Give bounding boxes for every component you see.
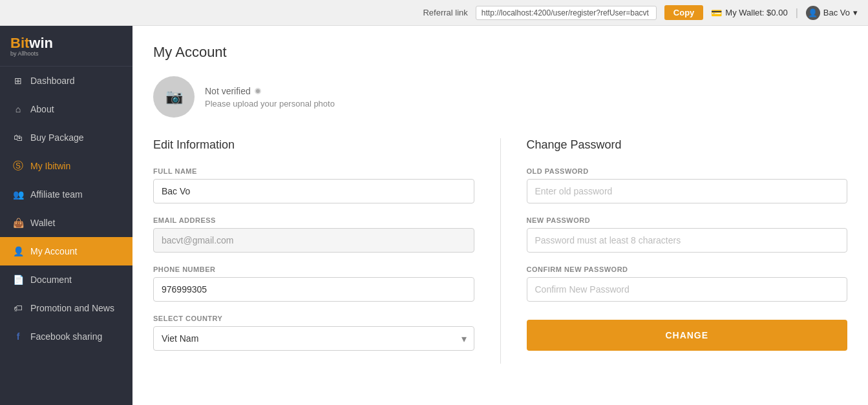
avatar-info: Not verified Please upload your personal…: [205, 86, 335, 109]
confirm-password-input[interactable]: [527, 277, 848, 302]
user-menu[interactable]: 👤 Bac Vo ▾: [806, 6, 858, 20]
old-password-input[interactable]: [527, 179, 848, 203]
email-input[interactable]: [153, 228, 474, 253]
sidebar-item-about[interactable]: ⌂ About: [0, 95, 132, 123]
avatar-hint: Please upload your personal photo: [205, 99, 335, 109]
main-content: My Account 📷 Not verified Please upload …: [132, 26, 868, 405]
sidebar-label-facebook: Facebook sharing: [30, 331, 102, 342]
email-group: EMAIL ADDRESS: [153, 216, 474, 253]
sidebar-label-buy-package: Buy Package: [30, 132, 84, 143]
phone-input[interactable]: [153, 277, 474, 302]
sidebar-label-promotion: Promotion and News: [30, 303, 114, 313]
sidebar-item-document[interactable]: 📄 Document: [0, 265, 132, 294]
sidebar-logo: Bitwin by Allhoots: [0, 26, 132, 67]
sidebar-item-promotion[interactable]: 🏷 Promotion and News: [0, 294, 132, 322]
user-name: Bac Vo: [823, 8, 850, 17]
file-icon: 📄: [12, 274, 24, 286]
wallet-balance: 💳 My Wallet: $0.00: [711, 8, 787, 18]
phone-label: PHONE NUMBER: [153, 265, 474, 273]
status-dot: [255, 88, 261, 94]
user-nav-icon: 👤: [12, 245, 24, 257]
user-avatar-icon: 👤: [806, 6, 820, 20]
sidebar-label-wallet: Wallet: [30, 218, 55, 228]
referral-url: http://localhost:4200/user/register?refU…: [476, 6, 657, 20]
page-title: My Account: [153, 44, 847, 61]
logo-sub: by Allhoots: [10, 50, 53, 57]
old-password-group: OLD PASSWORD: [527, 167, 848, 203]
new-password-label: NEW PASSWORD: [527, 216, 848, 224]
sidebar: Bitwin by Allhoots ⊞ Dashboard ⌂ About 🛍…: [0, 26, 132, 405]
country-label: SELECT COUNTRY: [153, 315, 474, 322]
email-label: EMAIL ADDRESS: [153, 216, 474, 224]
topbar-divider: |: [796, 7, 798, 19]
sidebar-item-affiliate-team[interactable]: 👥 Affiliate team: [0, 180, 132, 209]
full-name-input[interactable]: [153, 179, 474, 203]
logo-win: win: [29, 35, 53, 51]
country-select[interactable]: Viet Nam United States United Kingdom Ja…: [153, 326, 474, 351]
avatar-area: 📷 Not verified Please upload your person…: [153, 76, 847, 118]
country-select-wrapper: Viet Nam United States United Kingdom Ja…: [153, 326, 474, 351]
sidebar-item-wallet[interactable]: 👜 Wallet: [0, 209, 132, 237]
phone-group: PHONE NUMBER: [153, 265, 474, 302]
change-password-title: Change Password: [527, 138, 848, 152]
camera-icon: 📷: [165, 88, 183, 105]
edit-info-title: Edit Information: [153, 138, 474, 152]
verification-status: Not verified: [205, 86, 335, 96]
confirm-password-group: CONFIRM NEW PASSWORD: [527, 265, 848, 302]
edit-info-column: Edit Information FULL NAME EMAIL ADDRESS…: [153, 138, 500, 364]
full-name-group: FULL NAME: [153, 167, 474, 203]
full-name-label: FULL NAME: [153, 167, 474, 175]
form-columns: Edit Information FULL NAME EMAIL ADDRESS…: [153, 138, 847, 364]
tag-icon: 🏷: [12, 302, 24, 314]
circle-s-icon: Ⓢ: [12, 160, 24, 172]
sidebar-item-my-account[interactable]: 👤 My Account: [0, 237, 132, 265]
sidebar-label-document: Document: [30, 275, 72, 285]
sidebar-item-dashboard[interactable]: ⊞ Dashboard: [0, 67, 132, 95]
sidebar-item-my-ibitwin[interactable]: Ⓢ My Ibitwin: [0, 152, 132, 180]
sidebar-item-facebook[interactable]: f Facebook sharing: [0, 322, 132, 351]
avatar[interactable]: 📷: [153, 76, 195, 118]
users-icon: 👥: [12, 189, 24, 200]
grid-icon: ⊞: [12, 75, 24, 87]
layout: Bitwin by Allhoots ⊞ Dashboard ⌂ About 🛍…: [0, 26, 868, 405]
sidebar-label-my-ibitwin: My Ibitwin: [30, 161, 70, 171]
sidebar-label-dashboard: Dashboard: [30, 76, 75, 86]
logo-bit: Bit: [10, 35, 29, 51]
old-password-label: OLD PASSWORD: [527, 167, 848, 175]
change-password-button[interactable]: CHANGE: [527, 320, 848, 351]
copy-button[interactable]: Copy: [664, 5, 704, 20]
new-password-group: NEW PASSWORD: [527, 216, 848, 253]
referral-label: Referral link: [423, 8, 467, 17]
change-password-column: Change Password OLD PASSWORD NEW PASSWOR…: [500, 138, 848, 364]
bag-icon: 🛍: [12, 132, 24, 143]
country-group: SELECT COUNTRY Viet Nam United States Un…: [153, 315, 474, 351]
sidebar-label-about: About: [30, 104, 54, 114]
facebook-icon: f: [12, 331, 24, 342]
sidebar-label-affiliate-team: Affiliate team: [30, 189, 83, 200]
wallet-nav-icon: 👜: [12, 217, 24, 229]
topbar: Referral link http://localhost:4200/user…: [0, 0, 868, 26]
sidebar-item-buy-package[interactable]: 🛍 Buy Package: [0, 123, 132, 152]
sidebar-nav: ⊞ Dashboard ⌂ About 🛍 Buy Package Ⓢ My I…: [0, 67, 132, 405]
wallet-icon: 💳: [711, 8, 722, 18]
home-icon: ⌂: [12, 103, 24, 115]
confirm-password-label: CONFIRM NEW PASSWORD: [527, 265, 848, 273]
new-password-input[interactable]: [527, 228, 848, 253]
sidebar-label-my-account: My Account: [30, 246, 77, 256]
chevron-down-icon: ▾: [853, 8, 858, 17]
